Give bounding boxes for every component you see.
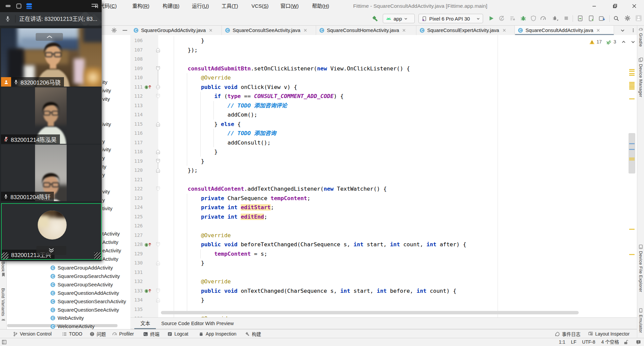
menu-item-2[interactable]: 重构(R) bbox=[132, 0, 149, 12]
project-item-fragment[interactable]: ivity bbox=[102, 120, 111, 128]
video-feed-3[interactable]: 832001204陈轩 bbox=[1, 145, 102, 201]
resize-grip-left[interactable] bbox=[1, 252, 8, 260]
resize-grip-right[interactable] bbox=[94, 252, 102, 260]
tool-window-button-todo[interactable]: TODO bbox=[62, 329, 82, 338]
menu-item-1[interactable]: 代码(C) bbox=[100, 0, 117, 12]
code-line-120[interactable]: }); bbox=[161, 166, 198, 175]
device-select[interactable]: Pixel 6 Pro API 30 bbox=[418, 14, 483, 23]
project-item-fragment[interactable]: Activity bbox=[102, 238, 118, 246]
code-line-114[interactable]: addCom(); bbox=[161, 110, 258, 120]
device-manager-run-icon[interactable] bbox=[588, 15, 595, 22]
project-item-fragment[interactable]: vity bbox=[102, 187, 110, 196]
scrollbar-thumb[interactable] bbox=[629, 133, 635, 174]
settings-gear-icon[interactable] bbox=[624, 15, 631, 22]
tab-close-icon[interactable] bbox=[596, 28, 600, 32]
tab-close-icon[interactable] bbox=[402, 28, 406, 32]
apply-code-changes-icon[interactable] bbox=[509, 15, 516, 22]
menu-item-8[interactable]: 帮助(H) bbox=[312, 0, 329, 12]
code-line-123[interactable]: private CharSequence tempContent; bbox=[161, 194, 310, 203]
search-everywhere-icon[interactable] bbox=[613, 15, 619, 22]
fold-marker-icon[interactable] bbox=[156, 94, 160, 99]
code-line-132[interactable]: @Override bbox=[161, 277, 231, 286]
tab-SquareGroupAddActivity[interactable]: CSquareGroupAddActivity.java bbox=[131, 26, 222, 35]
attach-debugger-icon[interactable] bbox=[552, 15, 559, 22]
meeting-window[interactable]: 正在讲话: 832001213王兴; 83... 832001206马骁 832… bbox=[0, 0, 102, 261]
fold-marker-icon[interactable] bbox=[156, 288, 160, 293]
expand-pill[interactable] bbox=[36, 246, 66, 255]
code-line-117[interactable]: addConsult(); bbox=[161, 138, 271, 148]
coverage-icon[interactable] bbox=[530, 15, 537, 22]
code-line-134[interactable]: } bbox=[161, 295, 204, 305]
apply-changes-restart-icon[interactable]: A bbox=[498, 15, 505, 22]
make-project-hammer-icon[interactable] bbox=[371, 15, 378, 22]
next-issue-chevron-icon[interactable] bbox=[631, 39, 636, 44]
menu-item-6[interactable]: VCS(S) bbox=[251, 0, 269, 12]
status-file-encoding[interactable]: UTF-8 bbox=[582, 338, 595, 346]
fold-marker-icon[interactable] bbox=[156, 242, 160, 247]
project-item-SquareGroupSeeActivity[interactable]: CSquareGroupSeeActivity bbox=[50, 280, 113, 289]
run-button[interactable] bbox=[488, 15, 495, 22]
stripe-label-book[interactable]: Book bbox=[1, 261, 6, 272]
menu-item-5[interactable]: 工具(T) bbox=[222, 0, 238, 12]
meeting-exit-panel-icon[interactable] bbox=[90, 2, 99, 10]
fold-marker-icon[interactable] bbox=[156, 168, 160, 173]
code-line-118[interactable]: } bbox=[161, 147, 217, 157]
stripe-label-build-variants[interactable]: Build Variants bbox=[1, 288, 6, 316]
code-line-124[interactable]: private int editStart; bbox=[161, 203, 274, 212]
fold-marker-icon[interactable] bbox=[156, 149, 160, 154]
editor-view-tab-active[interactable]: 文本 bbox=[140, 318, 150, 329]
project-item-fragment[interactable]: ty bbox=[102, 162, 106, 171]
run-configuration-select[interactable]: app bbox=[383, 14, 415, 23]
overrides-method-icon[interactable] bbox=[144, 242, 152, 247]
overrides-method-icon[interactable] bbox=[144, 288, 152, 293]
fold-marker-icon[interactable] bbox=[156, 122, 160, 127]
menu-item-4[interactable]: 运行(U) bbox=[192, 0, 209, 12]
tool-window-button-profiler[interactable]: Profiler bbox=[112, 329, 134, 338]
tool-window-button-app-inspection[interactable]: App Inspection bbox=[199, 329, 236, 338]
code-line-122[interactable]: consultAddContent.addTextChangedListener… bbox=[161, 184, 387, 194]
stripe-button-device-manager[interactable]: Device Manager bbox=[637, 57, 644, 97]
code-line-107[interactable]: }); bbox=[161, 45, 198, 55]
tab-close-icon[interactable] bbox=[303, 28, 307, 32]
code-line-115[interactable]: } else { bbox=[161, 120, 241, 129]
project-item-fragment[interactable]: ivity bbox=[102, 86, 111, 95]
tool-window-button-构建[interactable]: 构建 bbox=[245, 329, 261, 338]
code-line-116[interactable]: // TODO 添加咨询 bbox=[161, 129, 276, 138]
project-hide-icon[interactable] bbox=[122, 27, 128, 33]
tab-SquareConsulExpertActivity[interactable]: CSquareConsulExpertActivity.java bbox=[417, 26, 515, 35]
tool-window-button-问题[interactable]: 问题 bbox=[90, 329, 106, 338]
tab-SquareConsultHomeActivity[interactable]: CSquareConsultHomeActivity.java bbox=[316, 26, 416, 35]
debug-button[interactable] bbox=[520, 15, 527, 22]
tab-close-icon[interactable] bbox=[502, 28, 506, 32]
code-line-127[interactable]: @Override bbox=[161, 231, 231, 240]
project-item-SquareQuestionAddActivity[interactable]: CSquareQuestionAddActivity bbox=[50, 289, 119, 297]
project-item-SquareQuestionSeeActivity[interactable]: CSquareQuestionSeeActivity bbox=[50, 306, 119, 314]
code-line-106[interactable]: } bbox=[161, 36, 204, 45]
hidden-tabs-chevron-icon[interactable] bbox=[620, 28, 625, 33]
tool-window-button-version-control[interactable]: Version Control bbox=[13, 329, 52, 338]
project-item-fragment[interactable]: y bbox=[102, 154, 105, 162]
code-line-136[interactable]: @Override bbox=[161, 314, 231, 317]
editor-horizontal-scrollbar[interactable] bbox=[161, 311, 579, 314]
status-line-separator[interactable]: LF bbox=[571, 338, 576, 346]
code-line-112[interactable]: if (type == CONSULT_COMMENT_ADD_CODE) { bbox=[161, 92, 344, 101]
meeting-minimize-icon[interactable] bbox=[4, 2, 12, 10]
tab-close-icon[interactable] bbox=[209, 28, 213, 32]
project-item-WelcomeActivity[interactable]: CWelcomeActivity bbox=[50, 322, 95, 329]
tab-SquareConsultSeeActivity[interactable]: CSquareConsultSeeActivity.java bbox=[222, 26, 316, 35]
avd-manager-icon[interactable] bbox=[577, 15, 583, 22]
meeting-member-list-icon[interactable] bbox=[25, 2, 33, 10]
overrides-method-icon[interactable] bbox=[144, 85, 152, 90]
project-item-fragment[interactable]: tivity bbox=[102, 204, 112, 213]
project-item-fragment[interactable]: vity bbox=[102, 95, 110, 103]
project-item-SquareGroupSearchActivity[interactable]: CSquareGroupSearchActivity bbox=[50, 272, 120, 280]
project-item-fragment[interactable]: Activity bbox=[102, 255, 118, 263]
project-item-SquareGroupAddActivity[interactable]: CSquareGroupAddActivity bbox=[50, 263, 113, 272]
fold-marker-icon[interactable] bbox=[156, 297, 160, 303]
stop-button[interactable] bbox=[563, 15, 569, 21]
tool-window-button-终端[interactable]: 终端 bbox=[143, 329, 160, 338]
stripe-button-emulator[interactable]: Emulator bbox=[637, 308, 644, 333]
tool-window-button-事件日志[interactable]: 事件日志 bbox=[555, 329, 580, 338]
code-line-109[interactable]: consultAddSubmitBtn.setOnClickListener(n… bbox=[161, 64, 410, 73]
video-feed-4[interactable]: 832001213王兴 bbox=[1, 203, 102, 260]
